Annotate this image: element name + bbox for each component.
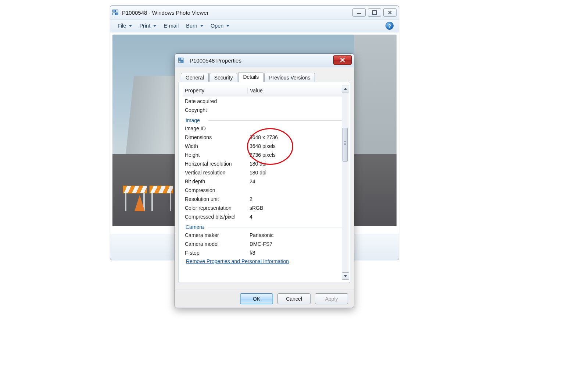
prop-bitdepth: Bit depth bbox=[183, 178, 247, 184]
vertical-scrollbar[interactable] bbox=[342, 85, 348, 280]
dlg-title: P1000548 Properties bbox=[190, 57, 241, 64]
file-icon bbox=[178, 58, 184, 63]
prop-cammodel: Camera model bbox=[183, 241, 247, 247]
prop-compbpp: Compressed bits/pixel bbox=[183, 214, 247, 220]
prop-width: Width bbox=[183, 143, 247, 149]
col-property[interactable]: Property bbox=[183, 88, 248, 93]
minimize-button[interactable] bbox=[352, 8, 366, 17]
dlg-close-button[interactable] bbox=[333, 55, 352, 65]
scroll-track[interactable] bbox=[342, 92, 348, 272]
prop-date-acquired: Date acquired bbox=[183, 98, 247, 104]
menu-burn[interactable]: Burn bbox=[184, 22, 205, 29]
prop-resunit: Resolution unit bbox=[183, 196, 247, 202]
tabstrip: General Security Details Previous Versio… bbox=[179, 71, 350, 82]
prop-fstop: F-stop bbox=[183, 250, 247, 256]
pv-window-title: P1000548 - Windows Photo Viewer bbox=[122, 10, 352, 16]
prop-height: Height bbox=[183, 152, 247, 158]
val-width: 3648 pixels bbox=[247, 143, 342, 149]
grid-header: Property Value bbox=[183, 85, 342, 96]
chevron-down-icon bbox=[226, 25, 229, 27]
pv-menubar: File Print E-mail Burn Open ? bbox=[110, 20, 399, 32]
section-image: Image bbox=[183, 114, 342, 124]
close-icon bbox=[340, 58, 345, 62]
prop-colorrep: Color representation bbox=[183, 205, 247, 211]
prop-vres: Vertical resolution bbox=[183, 170, 247, 176]
prop-copyright: Copyright bbox=[183, 107, 247, 113]
remove-properties-link[interactable]: Remove Properties and Personal Informati… bbox=[186, 258, 289, 264]
col-value[interactable]: Value bbox=[248, 88, 342, 93]
prop-cammaker: Camera maker bbox=[183, 232, 247, 238]
maximize-button[interactable] bbox=[368, 8, 381, 17]
dlg-titlebar[interactable]: P1000548 Properties bbox=[175, 54, 354, 67]
dialog-button-row: OK Cancel Apply bbox=[175, 290, 354, 308]
tab-details[interactable]: Details bbox=[238, 72, 263, 82]
close-button[interactable] bbox=[383, 8, 397, 17]
section-camera: Camera bbox=[183, 221, 342, 231]
tab-previous-versions[interactable]: Previous Versions bbox=[264, 73, 315, 82]
prop-dimensions: Dimensions bbox=[183, 134, 247, 140]
chevron-down-icon bbox=[200, 25, 203, 27]
menu-print[interactable]: Print bbox=[137, 22, 158, 29]
tab-security[interactable]: Security bbox=[209, 73, 238, 82]
cancel-button[interactable]: Cancel bbox=[277, 293, 311, 304]
prop-compression: Compression bbox=[183, 187, 247, 193]
svg-rect-1 bbox=[373, 11, 376, 14]
apply-button[interactable]: Apply bbox=[315, 293, 348, 304]
menu-open[interactable]: Open bbox=[208, 22, 232, 29]
pv-titlebar[interactable]: P1000548 - Windows Photo Viewer bbox=[110, 6, 399, 20]
prop-hres: Horizontal resolution bbox=[183, 161, 247, 167]
properties-dialog: P1000548 Properties General Security Det… bbox=[175, 53, 354, 308]
chevron-down-icon bbox=[153, 25, 156, 27]
scroll-down-button[interactable] bbox=[342, 272, 349, 280]
scroll-thumb[interactable] bbox=[343, 128, 348, 162]
help-icon[interactable]: ? bbox=[386, 22, 394, 30]
chevron-down-icon bbox=[129, 25, 132, 27]
property-rows: Date acquired Copyright Image Image ID D… bbox=[183, 97, 342, 279]
val-dimensions: 3648 x 2736 bbox=[247, 134, 342, 140]
val-height: 2736 pixels bbox=[247, 152, 342, 158]
scroll-up-button[interactable] bbox=[342, 85, 349, 92]
menu-file[interactable]: File bbox=[115, 22, 134, 29]
photo-viewer-app-icon bbox=[112, 10, 119, 15]
details-tabpanel: Property Value Date acquired Copyright I… bbox=[179, 82, 350, 283]
svg-rect-0 bbox=[357, 13, 361, 14]
ok-button[interactable]: OK bbox=[240, 293, 273, 304]
menu-email[interactable]: E-mail bbox=[161, 22, 181, 29]
tab-general[interactable]: General bbox=[181, 73, 209, 82]
prop-image-id: Image ID bbox=[183, 125, 247, 131]
